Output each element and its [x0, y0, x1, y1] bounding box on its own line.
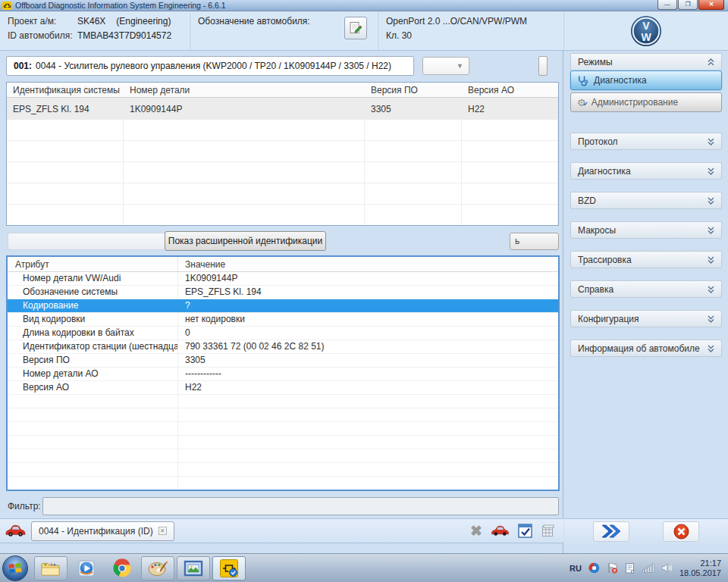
empty-row: [8, 477, 558, 490]
double-chevron-right-icon: [600, 524, 623, 539]
restore-button[interactable]: ❐: [678, 0, 698, 10]
show-extended-identification-button[interactable]: Показ расширенной идентификации: [165, 231, 326, 251]
taskbar-item-chrome[interactable]: [105, 556, 139, 580]
odis-window: Offboard Diagnostic Information System E…: [0, 0, 728, 582]
mode-button-diagnostics[interactable]: Диагностика: [570, 70, 722, 90]
start-button[interactable]: [2, 555, 28, 581]
stethoscope-icon: [577, 75, 588, 86]
clipboard-tray-icon[interactable]: [625, 562, 635, 574]
sidebar-section-help[interactable]: Справка: [570, 280, 722, 298]
tab-bar-tools: ✖: [470, 524, 558, 538]
action-center-flag-icon[interactable]: [607, 562, 618, 574]
splitter-handle[interactable]: [538, 56, 548, 76]
filter-input[interactable]: [42, 497, 559, 515]
attribute-row[interactable]: Версия ПО3305: [8, 354, 558, 368]
column-header: Атрибут: [8, 257, 178, 271]
ecu-title-bar: 001: 0044 - Усилитель рулевого управлени…: [6, 56, 414, 76]
attribute-row-selected[interactable]: Кодирование?: [8, 299, 558, 313]
document-edit-icon: [349, 21, 362, 35]
tray-app-icon[interactable]: [588, 562, 600, 574]
project-label: Проект а/м:: [8, 16, 77, 27]
main-content: 001: 0044 - Усилитель рулевого управлени…: [0, 51, 563, 553]
taskbar-item-photo-viewer[interactable]: [177, 556, 210, 580]
chevron-double-down-icon: [708, 345, 714, 352]
ecu-select-dropdown[interactable]: ▼: [422, 57, 469, 75]
clipped-button[interactable]: ь: [510, 233, 559, 250]
table-row[interactable]: EPS_ZFLS Kl. 194 1K0909144P 3305 H22: [7, 98, 558, 120]
language-indicator[interactable]: RU: [570, 564, 582, 573]
attribute-row[interactable]: Длина кодировки в байтах0: [8, 327, 558, 340]
sidebar-footer: [564, 518, 728, 543]
attribute-row[interactable]: Вид кодировкинет кодировки: [8, 313, 558, 327]
sidebar-section-configuration[interactable]: Конфигурация: [570, 310, 722, 327]
checklist-window-icon[interactable]: [518, 524, 532, 538]
taskbar-item-explorer[interactable]: [34, 556, 67, 580]
gear-icon: ⚙✔: [577, 98, 586, 108]
tab-identification[interactable]: 0044 - Идентификация (ID) ✕: [31, 521, 174, 541]
sidebar-section-protocol[interactable]: Протокол: [570, 133, 722, 150]
car-icon: [5, 524, 26, 537]
column-header: Значение: [178, 257, 558, 271]
taskbar-item-media-player[interactable]: [70, 556, 103, 580]
minimize-button[interactable]: —: [657, 0, 677, 10]
mode-button-administration[interactable]: ⚙✔ Администрирование: [570, 92, 722, 112]
flat-button[interactable]: [8, 233, 168, 250]
chevron-double-down-icon: [708, 197, 714, 205]
empty-row: [8, 408, 558, 422]
speaker-volume-icon[interactable]: [661, 563, 673, 573]
document-tab-bar: 0044 - Идентификация (ID) ✕ ✖: [0, 518, 563, 543]
chevron-double-down-icon: [708, 227, 714, 234]
empty-row: [7, 205, 558, 226]
attribute-row[interactable]: Номер детали VW/Audi1K0909144P: [8, 272, 558, 286]
attributes-table-header: Атрибут Значение: [8, 257, 558, 272]
empty-row: [8, 449, 558, 463]
sidebar-section-bzd[interactable]: BZD: [570, 192, 722, 209]
vin-value: TMBAB43T7D9014572: [77, 30, 171, 41]
empty-row: [7, 120, 558, 141]
abort-icon[interactable]: ✖: [470, 524, 482, 538]
next-button[interactable]: [593, 521, 629, 542]
taskbar-item-paint[interactable]: [141, 556, 174, 580]
tab-close-icon[interactable]: ✕: [158, 527, 167, 535]
column-header: Идентификация системы: [7, 83, 124, 97]
empty-row: [8, 422, 558, 436]
system-tray: RU 21:17 18.05.2017: [570, 559, 728, 578]
sidebar: Режимы Диагностика ⚙✔ Администрирование …: [564, 51, 728, 553]
ecu-title: 0044 - Усилитель рулевого управления (KW…: [36, 61, 391, 71]
interface-line2: Кл. 30: [386, 30, 412, 41]
chevron-double-down-icon: [708, 167, 714, 175]
window-controls: — ❐ ✕: [657, 0, 724, 10]
identification-table: Идентификация системы Номер детали Верси…: [6, 82, 559, 226]
attribute-row[interactable]: Идентификатор станции (шестнадцат790 333…: [8, 340, 558, 354]
sidebar-section-vehicle-info[interactable]: Информация об автомобиле: [570, 340, 722, 357]
attribute-row[interactable]: Номер детали АО------------: [8, 368, 558, 381]
attribute-row[interactable]: Версия АОH22: [8, 381, 558, 395]
close-button[interactable]: ✕: [698, 0, 724, 10]
clock-time: 21:17: [679, 559, 721, 568]
network-signal-icon[interactable]: [642, 563, 654, 573]
attribute-row[interactable]: Обозначение системыEPS_ZFLS Kl. 194: [8, 286, 558, 299]
vw-logo: V W: [630, 15, 662, 47]
sidebar-section-modes[interactable]: Режимы: [570, 53, 722, 70]
sidebar-section-macros[interactable]: Макросы: [570, 221, 722, 239]
grid-table-icon[interactable]: [541, 524, 555, 538]
column-header: Версия ПО: [365, 83, 462, 97]
attributes-table: Атрибут Значение Номер детали VW/Audi1K0…: [6, 255, 560, 491]
windows-taskbar: RU 21:17 18.05.2017: [0, 553, 728, 582]
project-note: (Engineering): [116, 16, 171, 27]
edit-designation-button[interactable]: [344, 17, 367, 39]
cancel-button[interactable]: [663, 521, 699, 542]
identification-table-header: Идентификация системы Номер детали Верси…: [7, 83, 558, 98]
sidebar-section-diagnostics[interactable]: Диагностика: [570, 162, 722, 180]
red-cross-circle-icon: [673, 524, 689, 540]
chevron-double-up-icon: [708, 58, 714, 66]
designation-cell: Обозначение автомобиля:: [190, 11, 378, 50]
project-value: SK46X: [77, 16, 105, 27]
taskbar-item-odis[interactable]: [212, 556, 246, 580]
check-badge-icon: ✔: [583, 99, 588, 109]
car-icon[interactable]: [491, 525, 510, 537]
chevron-double-down-icon: [708, 286, 714, 293]
sidebar-section-trace[interactable]: Трассировка: [570, 251, 722, 268]
taskbar-clock[interactable]: 21:17 18.05.2017: [679, 559, 721, 578]
chevron-double-down-icon: [708, 138, 714, 146]
